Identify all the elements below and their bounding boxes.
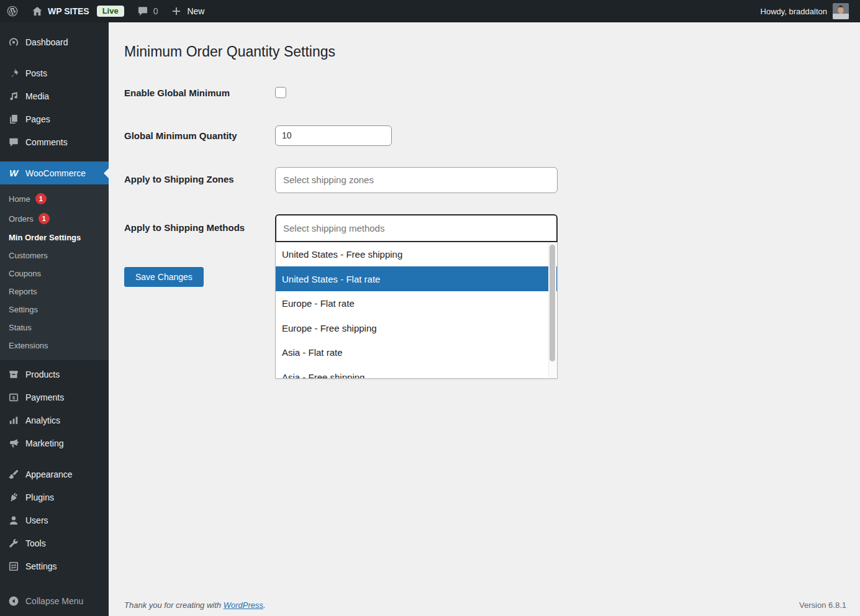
submenu-item-status[interactable]: Status — [0, 319, 109, 337]
shipping-zones-label: Apply to Shipping Zones — [124, 167, 275, 184]
comment-count: 0 — [153, 6, 158, 16]
plus-icon — [170, 5, 183, 17]
page-title: Minimum Order Quantity Settings — [124, 37, 848, 64]
footer-thanks-text: Thank you for creating with WordPress. — [124, 600, 266, 610]
dropdown-scrollbar-track[interactable] — [548, 243, 556, 378]
submenu-item-min-order-settings[interactable]: Min Order Settings — [0, 229, 109, 247]
site-name-menu[interactable]: WP SITES — [25, 0, 96, 22]
dollar-card-icon: $ — [7, 391, 20, 404]
dropdown-option[interactable]: Europe - Free shipping — [276, 315, 557, 340]
menu-separator — [0, 153, 109, 161]
site-name: WP SITES — [48, 6, 89, 16]
dashboard-icon — [7, 36, 20, 48]
sidebar-item-posts[interactable]: Posts — [0, 61, 109, 84]
enable-global-minimum-checkbox[interactable] — [275, 87, 286, 98]
sidebar-item-label: Appearance — [25, 469, 73, 479]
submenu-item-home[interactable]: Home 1 — [0, 189, 109, 209]
sidebar-item-users[interactable]: Users — [0, 509, 109, 532]
pushpin-icon — [7, 67, 20, 79]
sidebar-item-label: Payments — [25, 392, 64, 402]
wordpress-logo-menu[interactable] — [0, 0, 25, 22]
sidebar-item-dashboard[interactable]: Dashboard — [0, 30, 109, 53]
collapse-menu-label: Collapse Menu — [25, 596, 83, 606]
shipping-methods-select[interactable] — [275, 214, 558, 242]
global-minimum-quantity-input[interactable] — [275, 125, 392, 146]
sidebar-item-label: Dashboard — [25, 37, 68, 47]
admin-footer: Thank you for creating with WordPress. V… — [124, 600, 846, 610]
sidebar-item-marketing[interactable]: Marketing — [0, 432, 109, 455]
sidebar-item-label: Comments — [25, 137, 68, 147]
submenu-label: Home — [9, 194, 30, 204]
enable-global-minimum-row: Enable Global Minimum — [124, 87, 848, 98]
wordpress-logo-icon — [6, 5, 19, 17]
sidebar-item-label: WooCommerce — [25, 168, 86, 178]
woocommerce-w-icon: W — [7, 168, 20, 178]
wordpress-link[interactable]: WordPress — [224, 600, 263, 610]
shipping-methods-row: Apply to Shipping Methods United States … — [124, 214, 848, 242]
comments-menu[interactable]: 0 — [130, 0, 165, 22]
dropdown-option[interactable]: Asia - Flat rate — [276, 340, 557, 365]
submenu-item-reports[interactable]: Reports — [0, 283, 109, 301]
submenu-label: Reports — [9, 287, 37, 296]
dropdown-option[interactable]: United States - Free shipping — [276, 242, 557, 267]
sidebar-item-label: Products — [25, 369, 60, 379]
home-icon — [31, 5, 43, 17]
user-icon — [7, 514, 20, 527]
sidebar-item-analytics[interactable]: Analytics — [0, 409, 109, 432]
save-changes-button[interactable]: Save Changes — [124, 267, 204, 287]
sliders-icon — [7, 560, 20, 573]
sidebar-item-label: Posts — [25, 68, 47, 78]
shipping-zones-select[interactable] — [275, 167, 558, 193]
new-content-menu[interactable]: New — [164, 0, 210, 22]
submenu-label: Extensions — [9, 341, 48, 350]
sidebar-item-plugins[interactable]: Plugins — [0, 486, 109, 509]
main-content: Minimum Order Quantity Settings Enable G… — [109, 22, 860, 616]
pages-icon — [7, 113, 20, 125]
dropdown-option-highlighted[interactable]: United States - Flat rate — [276, 266, 557, 291]
sidebar-item-tools[interactable]: Tools — [0, 532, 109, 555]
sidebar-item-media[interactable]: Media — [0, 84, 109, 107]
submenu-label: Settings — [9, 305, 38, 314]
sidebar-item-payments[interactable]: $ Payments — [0, 386, 109, 409]
enable-global-minimum-label: Enable Global Minimum — [124, 87, 275, 98]
sidebar-item-label: Media — [25, 91, 49, 101]
submenu-label: Customers — [9, 251, 48, 260]
order-count-badge: 1 — [38, 213, 50, 224]
footer-thanks-suffix: . — [263, 600, 266, 610]
shipping-methods-label: Apply to Shipping Methods — [124, 214, 275, 233]
howdy-text: Howdy, braddalton — [761, 7, 827, 16]
media-notes-icon — [7, 90, 20, 102]
dropdown-option[interactable]: Europe - Flat rate — [276, 291, 557, 316]
sidebar-item-pages[interactable]: Pages — [0, 107, 109, 130]
new-label: New — [187, 6, 204, 16]
submenu-item-coupons[interactable]: Coupons — [0, 265, 109, 283]
sidebar-item-label: Marketing — [25, 438, 63, 448]
comment-bubble-icon — [7, 136, 20, 148]
admin-bar: WP SITES Live 0 New Howdy, braddalton — [0, 0, 860, 22]
submenu-item-customers[interactable]: Customers — [0, 247, 109, 265]
sidebar-item-label: Tools — [25, 538, 46, 548]
sidebar-item-products[interactable]: Products — [0, 363, 109, 386]
sidebar-item-appearance[interactable]: Appearance — [0, 463, 109, 486]
sidebar-item-label: Settings — [25, 561, 57, 571]
account-menu[interactable]: Howdy, braddalton — [754, 0, 855, 22]
submenu-item-settings[interactable]: Settings — [0, 301, 109, 319]
global-minimum-quantity-row: Global Minimum Quantity — [124, 125, 848, 146]
woocommerce-submenu: Home 1 Orders 1 Min Order Settings Custo… — [0, 184, 109, 360]
bar-chart-icon — [7, 414, 20, 427]
submenu-label: Status — [9, 323, 32, 332]
wrench-icon — [7, 537, 20, 550]
plug-icon — [7, 491, 20, 504]
shipping-zones-row: Apply to Shipping Zones — [124, 167, 848, 193]
sidebar-item-comments[interactable]: Comments — [0, 130, 109, 153]
dropdown-option[interactable]: Asia - Free shipping — [276, 365, 557, 379]
sidebar-item-woocommerce[interactable]: W WooCommerce — [0, 161, 109, 184]
svg-text:$: $ — [12, 394, 16, 400]
version-text: Version 6.8.1 — [799, 600, 846, 610]
sidebar-item-settings[interactable]: Settings — [0, 555, 109, 578]
dropdown-scrollbar-thumb[interactable] — [550, 245, 555, 361]
submenu-item-extensions[interactable]: Extensions — [0, 337, 109, 355]
collapse-menu-button[interactable]: Collapse Menu — [0, 589, 109, 612]
menu-separator — [0, 53, 109, 61]
submenu-item-orders[interactable]: Orders 1 — [0, 209, 109, 229]
